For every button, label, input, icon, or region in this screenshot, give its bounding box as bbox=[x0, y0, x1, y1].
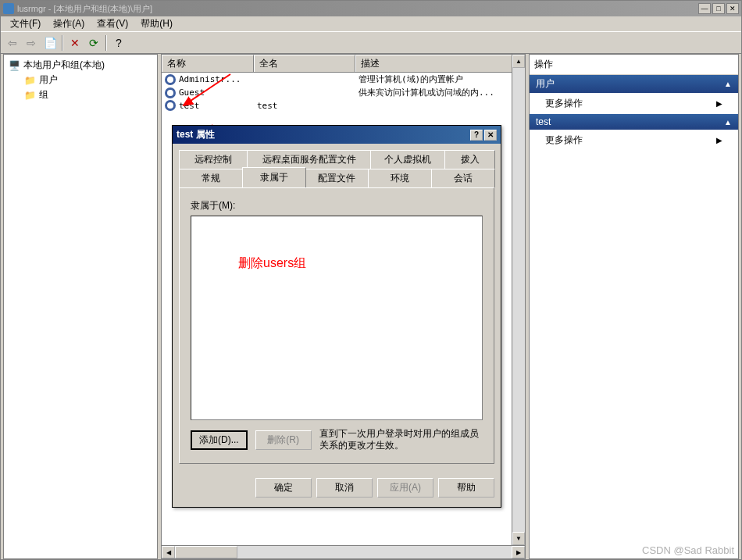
menu-file[interactable]: 文件(F) bbox=[4, 16, 47, 32]
minimize-button[interactable]: — bbox=[698, 3, 711, 14]
tab-personal-vm[interactable]: 个人虚拟机 bbox=[370, 150, 445, 169]
scroll-right-button[interactable]: ▶ bbox=[512, 546, 525, 558]
tab-environment[interactable]: 环境 bbox=[368, 169, 432, 187]
up-button[interactable]: 📄 bbox=[41, 34, 59, 52]
col-fullname[interactable]: 全名 bbox=[254, 55, 355, 72]
actions-section-test[interactable]: test ▲ bbox=[530, 114, 738, 130]
member-of-label: 隶属于(M): bbox=[191, 199, 483, 212]
dialog-titlebar: test 属性 ? ✕ bbox=[173, 126, 501, 144]
list-row[interactable]: test test bbox=[162, 99, 525, 112]
properties-dialog: test 属性 ? ✕ 远程控制 远程桌面服务配置文件 个人虚拟机 拨入 常规 … bbox=[172, 125, 501, 508]
chevron-up-icon: ▲ bbox=[724, 118, 732, 127]
list-row[interactable]: Guest 供来宾访问计算机或访问域的内... bbox=[162, 86, 525, 99]
tab-general[interactable]: 常规 bbox=[179, 169, 243, 187]
scroll-up-button[interactable]: ▲ bbox=[512, 55, 525, 68]
tab-content: 隶属于(M): 删除users组 添加(D)... 删除(R) 直到下一次用户登… bbox=[179, 187, 494, 464]
user-icon bbox=[165, 100, 176, 111]
annotation-text: 删除users组 bbox=[238, 255, 306, 272]
arrow-right-icon: ▶ bbox=[716, 99, 722, 108]
help-button[interactable]: 帮助 bbox=[438, 478, 494, 498]
computer-icon: 🖥️ bbox=[9, 60, 20, 71]
add-button[interactable]: 添加(D)... bbox=[191, 430, 248, 450]
scroll-thumb[interactable] bbox=[175, 546, 237, 558]
folder-icon: 📁 bbox=[24, 75, 36, 86]
menu-help[interactable]: 帮助(H) bbox=[134, 16, 179, 32]
back-button[interactable]: ⇦ bbox=[4, 34, 21, 52]
refresh-button[interactable]: ⟳ bbox=[85, 34, 102, 52]
dialog-close-button[interactable]: ✕ bbox=[484, 130, 497, 141]
cancel-button[interactable]: 取消 bbox=[316, 478, 373, 498]
tab-sessions[interactable]: 会话 bbox=[431, 169, 495, 187]
help-button[interactable]: ? bbox=[110, 34, 127, 52]
list-header: 名称 全名 描述 bbox=[162, 55, 525, 73]
maximize-button[interactable]: □ bbox=[712, 3, 725, 14]
titlebar: lusrmgr - [本地用户和组(本地)\用户] — □ ✕ bbox=[1, 1, 741, 16]
col-desc[interactable]: 描述 bbox=[355, 55, 525, 72]
tree-panel: 🖥️ 本地用户和组(本地) 📁 用户 📁 组 bbox=[3, 54, 158, 559]
tab-memberof[interactable]: 隶属于 bbox=[242, 167, 306, 187]
dialog-help-button[interactable]: ? bbox=[470, 130, 483, 141]
arrow-right-icon: ▶ bbox=[716, 136, 722, 144]
delete-button[interactable]: ✕ bbox=[66, 34, 84, 52]
list-row[interactable]: Administr... 管理计算机(域)的内置帐户 bbox=[162, 73, 525, 86]
user-icon bbox=[165, 87, 176, 98]
tab-remote-control[interactable]: 远程控制 bbox=[179, 150, 248, 169]
tree-users[interactable]: 📁 用户 bbox=[23, 73, 154, 87]
actions-panel: 操作 用户 ▲ 更多操作 ▶ test ▲ 更多操作 ▶ bbox=[529, 54, 739, 559]
app-icon bbox=[3, 3, 14, 14]
tab-dialin[interactable]: 拨入 bbox=[444, 150, 495, 169]
apply-button[interactable]: 应用(A) bbox=[377, 478, 433, 498]
tab-rds-profile[interactable]: 远程桌面服务配置文件 bbox=[247, 150, 371, 169]
menu-action[interactable]: 操作(A) bbox=[47, 16, 91, 32]
tab-profile[interactable]: 配置文件 bbox=[305, 169, 369, 187]
note-text: 直到下一次用户登录时对用户的组成员关系的更改才生效。 bbox=[319, 428, 483, 452]
scroll-left-button[interactable]: ◀ bbox=[162, 546, 175, 558]
chevron-up-icon: ▲ bbox=[724, 80, 732, 88]
actions-more-test[interactable]: 更多操作 ▶ bbox=[530, 130, 738, 151]
toolbar: ⇦ ⇨ 📄 ✕ ⟳ ? bbox=[1, 32, 741, 54]
member-list[interactable]: 删除users组 bbox=[191, 216, 483, 420]
menu-view[interactable]: 查看(V) bbox=[91, 16, 134, 32]
user-icon bbox=[165, 74, 176, 85]
ok-button[interactable]: 确定 bbox=[255, 478, 312, 498]
remove-button[interactable]: 删除(R) bbox=[255, 430, 312, 450]
forward-button[interactable]: ⇨ bbox=[23, 34, 40, 52]
folder-icon: 📁 bbox=[24, 90, 36, 101]
scroll-down-button[interactable]: ▼ bbox=[512, 532, 525, 545]
menubar: 文件(F) 操作(A) 查看(V) 帮助(H) bbox=[1, 16, 741, 32]
actions-more-users[interactable]: 更多操作 ▶ bbox=[530, 93, 738, 114]
actions-section-users[interactable]: 用户 ▲ bbox=[530, 75, 738, 93]
actions-header: 操作 bbox=[530, 55, 738, 75]
col-name[interactable]: 名称 bbox=[162, 55, 254, 72]
window-title: lusrmgr - [本地用户和组(本地)\用户] bbox=[17, 3, 152, 15]
tree-groups[interactable]: 📁 组 bbox=[23, 87, 154, 102]
watermark: CSDN @Sad Rabbit bbox=[642, 544, 734, 556]
tree-root[interactable]: 🖥️ 本地用户和组(本地) bbox=[7, 58, 154, 73]
close-button[interactable]: ✕ bbox=[726, 3, 739, 14]
